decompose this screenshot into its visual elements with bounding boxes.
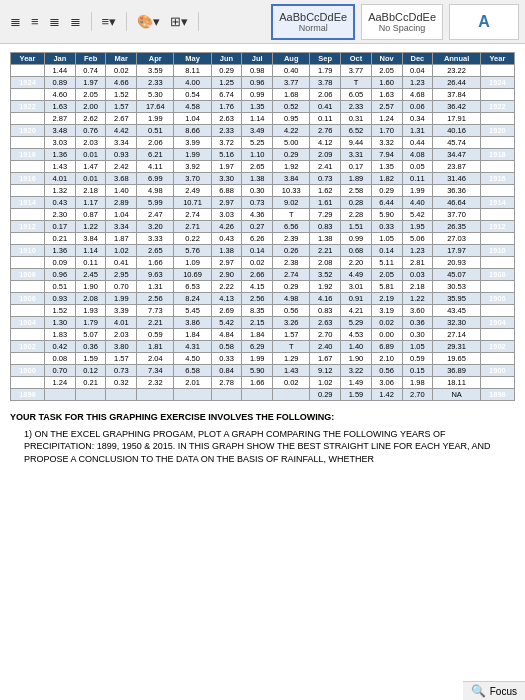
cell-r18-c2: 1.90 <box>75 281 106 293</box>
cell-r10-c11: 0.29 <box>371 185 402 197</box>
cell-r4-c4: 1.99 <box>137 113 174 125</box>
cell-r0-c7: 0.98 <box>242 65 273 77</box>
cell-r9-c3: 3.68 <box>106 173 137 185</box>
cell-r3-c13: 36.42 <box>433 101 481 113</box>
cell-r16-c11: 5.11 <box>371 257 402 269</box>
col-header-oct: Oct <box>341 53 372 65</box>
cell-r11-c10: 0.28 <box>341 197 372 209</box>
justify-button[interactable]: ≣ <box>66 12 85 31</box>
cell-r11-c4: 5.99 <box>137 197 174 209</box>
cell-r6-c7: 5.25 <box>242 137 273 149</box>
color-button[interactable]: 🎨▾ <box>133 12 164 31</box>
cell-r6-c2: 2.03 <box>75 137 106 149</box>
cell-r26-c7: 1.66 <box>242 377 273 389</box>
align-right-button[interactable]: ≣ <box>45 12 64 31</box>
cell-r5-c1: 3.48 <box>44 125 75 137</box>
align-left-button[interactable]: ≣ <box>6 12 25 31</box>
cell-r11-c5: 10.71 <box>174 197 211 209</box>
cell-r2-c11: 1.63 <box>371 89 402 101</box>
border-button[interactable]: ⊞▾ <box>166 12 192 31</box>
cell-r10-c10: 2.58 <box>341 185 372 197</box>
table-row: 19151.322.181.404.982.496.880.3010.331.6… <box>11 185 515 197</box>
cell-r19-c9: 4.16 <box>310 293 341 305</box>
cell-r11-c13: 46.64 <box>433 197 481 209</box>
cell-r8-c0: 1917 <box>11 161 45 173</box>
cell-r9-c4: 6.99 <box>137 173 174 185</box>
cell-r27-c6 <box>211 389 242 401</box>
cell-r11-c1: 0.43 <box>44 197 75 209</box>
col-header-jul: Jul <box>242 53 273 65</box>
cell-r26-c2: 0.21 <box>75 377 106 389</box>
cell-r15-c3: 1.02 <box>106 245 137 257</box>
cell-r23-c4: 1.81 <box>137 341 174 353</box>
cell-r0-c8: 0.40 <box>273 65 310 77</box>
cell-r17-c3: 2.95 <box>106 269 137 281</box>
cell-r5-c10: 6.52 <box>341 125 372 137</box>
table-row: 19070.511.900.701.316.532.224.150.291.92… <box>11 281 515 293</box>
cell-r2-c12: 4.68 <box>402 89 433 101</box>
cell-r14-c9: 1.38 <box>310 233 341 245</box>
col-header-may: May <box>174 53 211 65</box>
cell-r14-c6: 0.43 <box>211 233 242 245</box>
table-row: 19193.032.033.342.063.993.725.255.004.12… <box>11 137 515 149</box>
cell-r11-c3: 2.89 <box>106 197 137 209</box>
cell-r10-c1: 1.32 <box>44 185 75 197</box>
cell-r17-c11: 2.05 <box>371 269 402 281</box>
cell-r0-c9: 1.79 <box>310 65 341 77</box>
cell-r26-c13: 18.11 <box>433 377 481 389</box>
cell-r21-c4: 2.21 <box>137 317 174 329</box>
normal-style[interactable]: AaBbCcDdEe Normal <box>271 4 355 40</box>
cell-r13-c11: 0.33 <box>371 221 402 233</box>
cell-r7-c9: 2.09 <box>310 149 341 161</box>
cell-r15-c2: 1.14 <box>75 245 106 257</box>
cell-r19-c7: 2.56 <box>242 293 273 305</box>
cell-r13-c2: 1.22 <box>75 221 106 233</box>
cell-r2-c5: 0.54 <box>174 89 211 101</box>
table-row: 18980.291.591.422.70NA1898 <box>11 389 515 401</box>
cell-r7-c13: 34.47 <box>433 149 481 161</box>
cell-r9-c6: 3.30 <box>211 173 242 185</box>
cell-r27-c13: NA <box>433 389 481 401</box>
cell-r12-c8: T <box>273 209 310 221</box>
cell-r1-c0: 1924 <box>11 77 45 89</box>
cell-r23-c8: T <box>273 341 310 353</box>
cell-r21-c8: 3.26 <box>273 317 310 329</box>
cell-r20-c4: 7.73 <box>137 305 174 317</box>
cell-r16-c1: 0.09 <box>44 257 75 269</box>
cell-r11-c12: 4.40 <box>402 197 433 209</box>
cell-r10-c9: 1.62 <box>310 185 341 197</box>
table-row: 19110.213.841.873.330.220.436.262.391.38… <box>11 233 515 245</box>
cell-r18-c3: 0.70 <box>106 281 137 293</box>
cell-r1-c7: 0.96 <box>242 77 273 89</box>
cell-r3-c14: 1922 <box>480 101 514 113</box>
cell-r9-c11: 1.82 <box>371 173 402 185</box>
cell-r5-c3: 4.42 <box>106 125 137 137</box>
cell-r6-c14: 1919 <box>480 137 514 149</box>
align-center-button[interactable]: ≡ <box>27 12 43 31</box>
table-header-row: YearJanFebMarAprMayJunJulAugSepOctNovDec… <box>11 53 515 65</box>
table-row: 19041.301.794.012.213.865.422.153.262.63… <box>11 317 515 329</box>
cell-r13-c1: 0.17 <box>44 221 75 233</box>
cell-r11-c9: 1.61 <box>310 197 341 209</box>
cell-r4-c7: 1.14 <box>242 113 273 125</box>
col-header-aug: Aug <box>273 53 310 65</box>
cell-r10-c6: 6.88 <box>211 185 242 197</box>
cell-r23-c13: 29.31 <box>433 341 481 353</box>
no-spacing-style[interactable]: AaBbCcDdEe No Spacing <box>361 4 443 40</box>
cell-r21-c6: 5.42 <box>211 317 242 329</box>
table-row: 19060.932.081.992.568.244.132.564.984.16… <box>11 293 515 305</box>
table-row: 19120.171.223.343.202.714.260.276.560.83… <box>11 221 515 233</box>
cell-r3-c5: 4.58 <box>174 101 211 113</box>
cell-r21-c7: 2.15 <box>242 317 273 329</box>
cell-r26-c6: 2.78 <box>211 377 242 389</box>
col-header-annual: Annual <box>433 53 481 65</box>
cell-r8-c12: 0.05 <box>402 161 433 173</box>
heading-style[interactable]: A <box>449 4 519 40</box>
cell-r22-c12: 0.30 <box>402 329 433 341</box>
cell-r13-c6: 4.26 <box>211 221 242 233</box>
task-title: YOUR TASK FOR THIS GRAPHING EXERCISE INV… <box>10 411 515 424</box>
list-button[interactable]: ≡▾ <box>98 12 121 31</box>
cell-r6-c11: 3.32 <box>371 137 402 149</box>
cell-r20-c3: 3.39 <box>106 305 137 317</box>
cell-r12-c3: 1.04 <box>106 209 137 221</box>
